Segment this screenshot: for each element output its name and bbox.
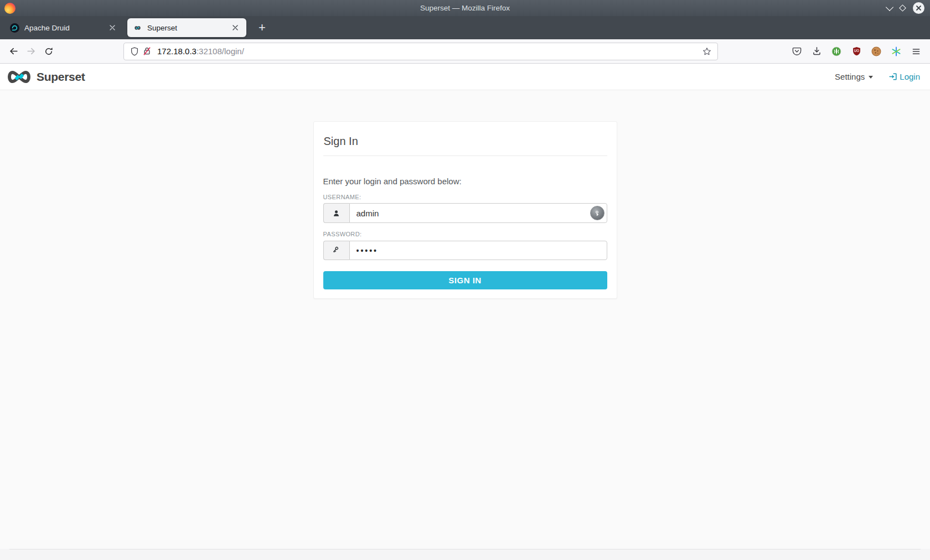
- window-title: Superset — Mozilla Firefox: [0, 4, 930, 12]
- firefox-icon: [4, 3, 16, 14]
- pocket-icon[interactable]: [789, 44, 804, 59]
- back-button[interactable]: [4, 43, 22, 60]
- password-input-group: [323, 241, 607, 260]
- tab-close-icon[interactable]: [230, 22, 241, 33]
- superset-logo-icon: [6, 69, 32, 85]
- tab-strip: Apache Druid Superset +: [0, 16, 930, 39]
- tab-superset[interactable]: Superset: [127, 18, 246, 37]
- insecure-lock-icon[interactable]: [141, 45, 153, 58]
- password-label: PASSWORD:: [323, 231, 607, 237]
- settings-label: Settings: [835, 72, 865, 81]
- window-maximize-icon[interactable]: [899, 4, 906, 12]
- password-input[interactable]: [349, 241, 607, 260]
- ublock-badge-text: UO: [854, 49, 859, 53]
- page-body: Sign In Enter your login and password be…: [0, 90, 930, 549]
- login-label: Login: [900, 72, 920, 81]
- url-text: 172.18.0.3:32108/login/: [157, 46, 701, 56]
- window-close-button[interactable]: [913, 2, 924, 14]
- settings-menu[interactable]: Settings: [835, 72, 873, 81]
- bookmark-star-icon[interactable]: [701, 45, 713, 58]
- tab-label: Superset: [147, 24, 230, 32]
- user-icon: [323, 203, 349, 223]
- asterisk-extension-icon[interactable]: [888, 44, 904, 59]
- window-minimize-icon[interactable]: [886, 3, 893, 11]
- url-bar[interactable]: 172.18.0.3:32108/login/: [123, 43, 718, 60]
- username-input[interactable]: [349, 203, 607, 223]
- downloads-icon[interactable]: [809, 44, 824, 59]
- url-host: 172.18.0.3: [157, 46, 197, 56]
- sign-in-button[interactable]: SIGN IN: [323, 271, 607, 289]
- page-footer: [0, 549, 930, 560]
- brand-name: Superset: [37, 70, 85, 84]
- superset-navbar: Superset Settings Login: [0, 64, 930, 90]
- green-extension-icon[interactable]: [829, 44, 844, 59]
- url-path: :32108/login/: [197, 46, 244, 56]
- username-label: USERNAME:: [323, 194, 607, 200]
- tracking-shield-icon[interactable]: [128, 45, 141, 58]
- reload-button[interactable]: [40, 43, 58, 60]
- chevron-down-icon: [869, 76, 873, 79]
- druid-favicon-icon: [10, 23, 19, 33]
- menu-hamburger-icon[interactable]: [908, 44, 924, 59]
- sign-in-icon: [888, 72, 898, 81]
- login-link[interactable]: Login: [888, 72, 920, 81]
- tab-close-icon[interactable]: [107, 22, 118, 33]
- ublock-origin-icon[interactable]: UO: [849, 44, 864, 59]
- sign-in-card: Sign In Enter your login and password be…: [313, 121, 617, 299]
- forward-button[interactable]: [22, 43, 40, 60]
- key-icon: [323, 241, 349, 260]
- cookie-extension-icon[interactable]: [869, 44, 884, 59]
- login-prompt: Enter your login and password below:: [323, 177, 607, 186]
- browser-toolbar: 172.18.0.3:32108/login/: [0, 39, 930, 64]
- superset-favicon-icon: [133, 23, 142, 33]
- superset-brand[interactable]: Superset: [6, 69, 85, 85]
- tab-label: Apache Druid: [24, 24, 107, 32]
- card-title: Sign In: [324, 134, 607, 148]
- username-input-group: [323, 203, 607, 223]
- tab-apache-druid[interactable]: Apache Druid: [4, 18, 123, 37]
- divider: [323, 155, 607, 156]
- password-manager-icon[interactable]: [590, 206, 604, 220]
- window-titlebar: Superset — Mozilla Firefox: [0, 0, 930, 16]
- new-tab-button[interactable]: +: [255, 20, 269, 35]
